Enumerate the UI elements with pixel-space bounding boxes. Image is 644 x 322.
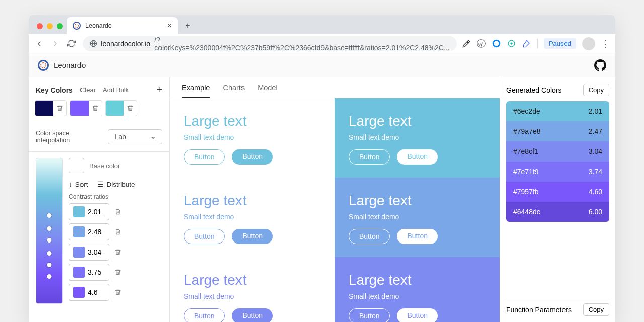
fn-params-header: Function Parameters Copy bbox=[506, 298, 609, 316]
ratio-swatch bbox=[73, 267, 85, 278]
ratio-input[interactable]: 4.6 bbox=[69, 284, 109, 301]
large-text: Large text bbox=[349, 193, 486, 209]
trash-icon[interactable] bbox=[114, 249, 121, 256]
generated-color-item[interactable]: #7e71f9 3.74 bbox=[506, 162, 609, 182]
close-window-icon[interactable] bbox=[37, 23, 43, 29]
key-color-swatch[interactable] bbox=[106, 101, 124, 116]
wordpress-icon[interactable] bbox=[477, 39, 486, 48]
tab-example[interactable]: Example bbox=[182, 84, 210, 98]
button-solid[interactable]: Button bbox=[397, 149, 437, 165]
tab-charts[interactable]: Charts bbox=[223, 84, 245, 98]
reload-button[interactable] bbox=[66, 38, 77, 50]
example-cell-dark: Large text Small text demo Button Button bbox=[335, 178, 500, 257]
sidebar-left: Key Colors Clear Add Bulk + Color space … bbox=[29, 77, 170, 322]
large-text: Large text bbox=[184, 113, 320, 129]
github-icon[interactable] bbox=[594, 59, 606, 71]
button-solid[interactable]: Button bbox=[232, 229, 272, 244]
ratio-item: 2.48 bbox=[69, 223, 162, 240]
target-teal-icon[interactable] bbox=[507, 39, 516, 48]
interp-select[interactable]: Lab bbox=[108, 129, 162, 144]
button-solid[interactable]: Button bbox=[232, 308, 272, 322]
ratio-input[interactable]: 3.04 bbox=[69, 244, 109, 261]
add-bulk-button[interactable]: Add Bulk bbox=[103, 86, 129, 94]
gradient-handle[interactable] bbox=[47, 263, 52, 267]
base-color-row: Base color bbox=[69, 158, 162, 173]
example-cell-dark: Large text Small text demo Button Button bbox=[335, 98, 500, 178]
button-row: Button Button bbox=[349, 308, 486, 322]
button-outline[interactable]: Button bbox=[184, 229, 225, 244]
generated-color-item[interactable]: #7e8cf1 3.04 bbox=[506, 141, 609, 162]
button-solid[interactable]: Button bbox=[397, 308, 437, 322]
button-outline[interactable]: Button bbox=[349, 149, 390, 165]
trash-icon[interactable] bbox=[89, 101, 102, 116]
distribute-button[interactable]: ☰Distribute bbox=[97, 180, 135, 188]
key-color-swatch[interactable] bbox=[70, 101, 89, 116]
ratio-input[interactable]: 2.01 bbox=[69, 203, 109, 220]
generated-hex: #7e71f9 bbox=[513, 168, 539, 176]
clear-button[interactable]: Clear bbox=[80, 86, 96, 94]
button-row: Button Button bbox=[349, 229, 486, 244]
small-text: Small text demo bbox=[184, 213, 320, 221]
generated-ratio: 3.74 bbox=[589, 168, 602, 176]
generated-hex: #6ec2de bbox=[513, 107, 540, 115]
generated-color-item[interactable]: #6448dc 6.00 bbox=[506, 202, 609, 222]
more-menu-icon[interactable]: ⋮ bbox=[601, 38, 610, 49]
button-outline[interactable]: Button bbox=[184, 308, 225, 322]
minimize-window-icon[interactable] bbox=[47, 23, 53, 29]
ratios-list: 2.01 2.48 3.04 3.75 bbox=[69, 203, 162, 301]
generated-ratio: 3.04 bbox=[589, 147, 602, 155]
button-outline[interactable]: Button bbox=[349, 308, 390, 322]
button-outline[interactable]: Button bbox=[349, 229, 390, 244]
maximize-window-icon[interactable] bbox=[57, 23, 63, 29]
pen-icon[interactable] bbox=[522, 39, 531, 48]
key-color-swatch[interactable] bbox=[35, 101, 53, 116]
gradient-handle[interactable] bbox=[47, 238, 52, 243]
gradient-handle[interactable] bbox=[47, 251, 52, 256]
ratio-swatch bbox=[73, 206, 85, 217]
eyedropper-icon[interactable] bbox=[462, 39, 471, 48]
url-field[interactable]: leonardocolor.io/?colorKeys=%2300004f%2C… bbox=[83, 36, 457, 51]
avatar[interactable] bbox=[582, 37, 595, 50]
copy-button[interactable]: Copy bbox=[583, 84, 609, 96]
back-button[interactable] bbox=[34, 38, 45, 50]
generated-color-item[interactable]: #7957fb 4.60 bbox=[506, 182, 609, 202]
ratio-input[interactable]: 3.75 bbox=[69, 264, 109, 281]
trash-icon[interactable] bbox=[114, 208, 121, 215]
favicon-icon bbox=[73, 22, 81, 30]
ratio-input[interactable]: 2.48 bbox=[69, 223, 109, 240]
gradient-handle[interactable] bbox=[47, 274, 52, 279]
browser-tab[interactable]: Leonardo × bbox=[67, 17, 178, 34]
large-text: Large text bbox=[184, 272, 320, 288]
button-solid[interactable]: Button bbox=[232, 149, 272, 165]
trash-icon[interactable] bbox=[124, 101, 137, 116]
close-tab-icon[interactable]: × bbox=[167, 21, 172, 30]
fn-copy-button[interactable]: Copy bbox=[583, 303, 609, 316]
example-cell-light: Large text Small text demo Button Button bbox=[170, 98, 335, 178]
example-cell-light: Large text Small text demo Button Button bbox=[170, 178, 335, 257]
forward-button[interactable] bbox=[50, 38, 61, 50]
paused-badge[interactable]: Paused bbox=[544, 38, 576, 49]
new-tab-button[interactable]: + bbox=[181, 19, 195, 33]
trash-icon[interactable] bbox=[114, 269, 121, 276]
svg-point-2 bbox=[494, 40, 500, 47]
button-solid[interactable]: Button bbox=[397, 229, 437, 244]
sidebar-right: Generated Colors Copy #6ec2de 2.01 #79a7… bbox=[500, 77, 615, 322]
key-color-item bbox=[70, 100, 102, 116]
example-cell-light: Large text Small text demo Button Button bbox=[170, 257, 335, 322]
small-text: Small text demo bbox=[184, 292, 320, 300]
ring-blue-icon[interactable] bbox=[492, 39, 501, 48]
tab-model[interactable]: Model bbox=[258, 84, 278, 98]
trash-icon[interactable] bbox=[114, 228, 121, 235]
gradient-handle[interactable] bbox=[47, 213, 52, 218]
sort-button[interactable]: ↓Sort bbox=[69, 180, 88, 188]
generated-color-item[interactable]: #6ec2de 2.01 bbox=[506, 101, 609, 121]
interp-label: Color space interpolation bbox=[36, 130, 103, 144]
large-text: Large text bbox=[184, 193, 320, 209]
trash-icon[interactable] bbox=[53, 101, 66, 116]
button-outline[interactable]: Button bbox=[184, 149, 225, 165]
generated-color-item[interactable]: #79a7e8 2.47 bbox=[506, 121, 609, 141]
add-color-button[interactable]: + bbox=[156, 85, 162, 95]
gradient-handle[interactable] bbox=[47, 226, 52, 231]
base-color-swatch[interactable] bbox=[69, 158, 84, 173]
trash-icon[interactable] bbox=[114, 289, 121, 296]
